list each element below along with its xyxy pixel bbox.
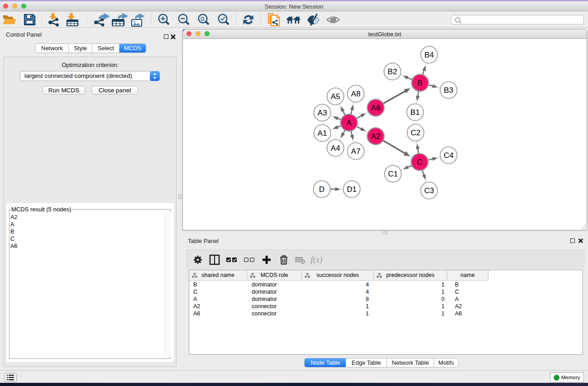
svg-text:A2: A2: [371, 132, 381, 141]
svg-text:C4: C4: [444, 151, 454, 160]
svg-text:B3: B3: [444, 86, 454, 95]
svg-text:D: D: [319, 185, 325, 194]
svg-text:f(x): f(x): [311, 255, 322, 265]
svg-text:C: C: [417, 158, 422, 167]
svg-text:A7: A7: [351, 147, 361, 156]
svg-text:A5: A5: [331, 92, 340, 101]
svg-text:A: A: [346, 119, 352, 127]
svg-text:D1: D1: [347, 185, 357, 194]
svg-text:A4: A4: [331, 144, 340, 152]
svg-text:A3: A3: [318, 109, 327, 117]
svg-text:B4: B4: [425, 51, 434, 59]
svg-text:C2: C2: [411, 129, 421, 137]
svg-text:B1: B1: [411, 108, 420, 117]
svg-text:A1: A1: [318, 129, 327, 138]
svg-text:C3: C3: [424, 186, 434, 195]
svg-text:C1: C1: [388, 170, 398, 178]
svg-text:B2: B2: [388, 67, 397, 76]
svg-text:A6: A6: [371, 104, 381, 112]
svg-text:B: B: [417, 79, 422, 87]
svg-text:A8: A8: [351, 90, 361, 98]
